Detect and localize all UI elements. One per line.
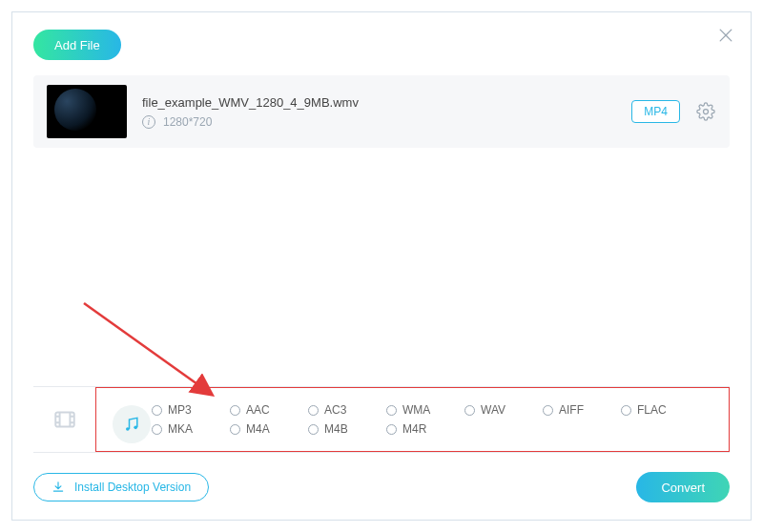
audio-format-option-flac[interactable]: FLAC	[621, 403, 699, 417]
audio-formats-tab[interactable]	[104, 405, 159, 443]
close-icon[interactable]	[712, 22, 739, 49]
add-file-button[interactable]: Add File	[33, 30, 121, 60]
file-actions: MP4	[631, 100, 716, 123]
music-icon	[113, 405, 151, 443]
app-window: Add File file_example_WMV_1280_4_9MB.wmv…	[11, 11, 752, 521]
audio-formats-row-2: MKAM4AM4BM4R	[102, 422, 723, 436]
format-label: M4B	[324, 422, 348, 436]
add-file-label: Add File	[54, 38, 100, 52]
radio-icon	[386, 424, 397, 435]
radio-icon	[308, 424, 319, 435]
gear-icon[interactable]	[695, 101, 716, 122]
convert-button[interactable]: Convert	[636, 472, 730, 502]
radio-icon	[230, 405, 240, 416]
format-label: AC3	[324, 403, 346, 417]
svg-point-2	[126, 427, 130, 431]
format-label: MKA	[168, 422, 193, 436]
audio-format-option-m4b[interactable]: M4B	[308, 422, 386, 436]
audio-format-option-aiff[interactable]: AIFF	[543, 403, 621, 417]
download-icon	[52, 481, 65, 494]
radio-icon	[386, 405, 397, 416]
bottom-bar: Install Desktop Version Convert	[33, 472, 730, 502]
info-icon[interactable]: i	[142, 115, 155, 129]
file-row: file_example_WMV_1280_4_9MB.wmv i 1280*7…	[33, 75, 730, 148]
audio-format-option-aac[interactable]: AAC	[230, 403, 308, 417]
format-label: AIFF	[559, 403, 584, 417]
format-label: WMA	[402, 403, 430, 417]
svg-point-0	[704, 110, 709, 114]
audio-format-option-m4r[interactable]: M4R	[386, 422, 464, 436]
radio-icon	[464, 405, 475, 416]
formats-area: MP3AACAC3WMAWAVAIFFFLAC MKAM4AM4BM4R	[33, 386, 730, 453]
install-label: Install Desktop Version	[74, 481, 191, 494]
svg-point-3	[134, 426, 137, 430]
convert-label: Convert	[661, 481, 705, 495]
svg-rect-1	[55, 412, 74, 426]
file-name: file_example_WMV_1280_4_9MB.wmv	[142, 95, 616, 110]
install-desktop-button[interactable]: Install Desktop Version	[33, 473, 209, 501]
format-label: WAV	[481, 403, 505, 417]
format-label: AAC	[246, 403, 270, 417]
audio-format-option-ac3[interactable]: AC3	[308, 403, 386, 417]
format-label: M4R	[402, 422, 426, 436]
file-thumbnail[interactable]	[47, 85, 127, 138]
video-formats-tab[interactable]	[33, 387, 96, 452]
file-resolution: 1280*720	[163, 115, 212, 129]
format-label: MP3	[168, 403, 192, 417]
format-label: FLAC	[637, 403, 667, 417]
audio-format-option-m4a[interactable]: M4A	[230, 422, 308, 436]
audio-formats-row-1: MP3AACAC3WMAWAVAIFFFLAC	[102, 403, 723, 417]
radio-icon	[230, 424, 240, 435]
audio-format-option-mp3[interactable]: MP3	[152, 403, 230, 417]
file-resolution-row: i 1280*720	[142, 115, 616, 129]
radio-icon	[308, 405, 319, 416]
audio-formats-panel: MP3AACAC3WMAWAVAIFFFLAC MKAM4AM4BM4R	[95, 387, 730, 452]
radio-icon	[621, 405, 631, 416]
format-label: M4A	[246, 422, 270, 436]
formats-row: MP3AACAC3WMAWAVAIFFFLAC MKAM4AM4BM4R	[33, 386, 730, 453]
target-format-button[interactable]: MP4	[631, 100, 680, 123]
audio-format-option-mka[interactable]: MKA	[152, 422, 230, 436]
target-format-label: MP4	[644, 105, 668, 118]
audio-format-option-wma[interactable]: WMA	[386, 403, 464, 417]
audio-format-option-wav[interactable]: WAV	[464, 403, 543, 417]
radio-icon	[543, 405, 553, 416]
file-info: file_example_WMV_1280_4_9MB.wmv i 1280*7…	[142, 95, 616, 129]
